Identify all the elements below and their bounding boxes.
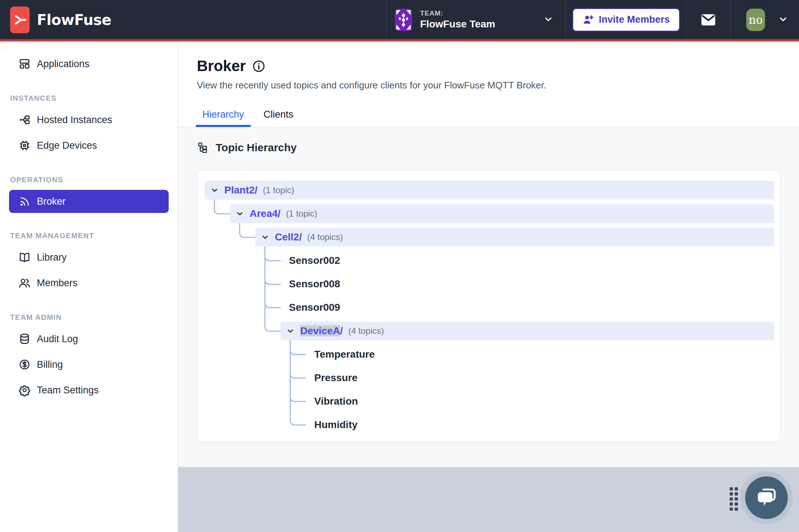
broker-icon xyxy=(18,195,31,208)
hosted-instances-icon xyxy=(18,114,31,126)
tree-node-label: DeviceA/ xyxy=(300,325,343,337)
sidebar-section-team-management: TEAM MANAGEMENT xyxy=(9,225,169,246)
audit-log-icon xyxy=(18,333,31,345)
invite-members-button[interactable]: Invite Members xyxy=(573,8,680,31)
navbar-spacer xyxy=(111,0,386,39)
sidebar-item-members[interactable]: Members xyxy=(9,271,169,295)
team-name: FlowFuse Team xyxy=(420,18,495,30)
sidebar-item-label: Billing xyxy=(37,359,63,370)
tree-node-sensor008[interactable]: Sensor008 xyxy=(281,275,340,293)
sidebar-item-label: Edge Devices xyxy=(37,140,97,151)
invite-members-wrap: Invite Members xyxy=(566,0,686,39)
chevron-down-icon xyxy=(778,14,788,26)
tree-connector xyxy=(214,200,230,214)
tree-node-label: Cell2/ xyxy=(275,231,302,243)
logo[interactable]: FlowFuse xyxy=(0,0,111,39)
sidebar-item-label: Members xyxy=(37,278,78,289)
tab-clients[interactable]: Clients xyxy=(257,109,300,127)
sidebar-section-team-admin: TEAM ADMIN xyxy=(9,307,169,327)
team-selector[interactable]: TEAM: FlowFuse Team xyxy=(386,0,566,39)
sidebar-item-library[interactable]: Library xyxy=(9,246,169,269)
sidebar-item-audit-log[interactable]: Audit Log xyxy=(9,327,169,350)
tree-node-vibration[interactable]: Vibration xyxy=(306,392,358,411)
chevron-down-icon xyxy=(261,233,269,241)
tree-node-label: Vibration xyxy=(314,396,358,407)
app-window: FlowFuse TEAM: FlowFuse Team xyxy=(0,0,799,532)
sidebar-item-label: Broker xyxy=(37,196,66,207)
sidebar-item-billing[interactable]: Billing xyxy=(9,353,169,376)
team-kicker: TEAM: xyxy=(420,9,495,17)
invite-members-label: Invite Members xyxy=(599,14,670,25)
sidebar-nav: ApplicationsINSTANCESHosted InstancesEdg… xyxy=(0,42,178,532)
tree-node-sensor002[interactable]: Sensor002 xyxy=(281,251,340,270)
sidebar-item-applications[interactable]: Applications xyxy=(9,52,169,75)
tree-node-label: Pressure xyxy=(314,372,358,384)
main-content: Broker View the recently used topics and… xyxy=(178,42,799,532)
tree-node-pressure[interactable]: Pressure xyxy=(306,369,358,387)
section-title-label: Topic Hierarchy xyxy=(216,141,297,154)
top-navbar: FlowFuse TEAM: FlowFuse Team xyxy=(0,0,799,39)
tree-node-sensor009[interactable]: Sensor009 xyxy=(281,298,340,317)
page-description: View the recently used topics and config… xyxy=(197,80,780,91)
tab-hierarchy[interactable]: Hierarchy xyxy=(196,109,251,127)
applications-icon xyxy=(18,58,31,70)
drag-handle[interactable] xyxy=(730,487,738,511)
tree-node-label: Humidity xyxy=(314,419,358,431)
sidebar-item-label: Library xyxy=(37,252,67,263)
library-icon xyxy=(18,251,31,263)
billing-icon xyxy=(18,358,31,371)
chat-bubbles-icon xyxy=(755,487,778,508)
topic-count: (1 topic) xyxy=(263,185,294,195)
team-avatar xyxy=(395,9,412,31)
tree-node-humidity[interactable]: Humidity xyxy=(306,415,358,434)
tree-node-label: Sensor008 xyxy=(289,278,340,290)
tree-node-cell2[interactable]: Cell2/(4 topics) xyxy=(255,228,774,247)
sidebar-item-label: Applications xyxy=(37,58,90,70)
content-body: Topic Hierarchy Plant2/(1 topic)Area4/(1… xyxy=(178,127,799,467)
sidebar-item-team-settings[interactable]: Team Settings xyxy=(9,379,169,402)
user-menu[interactable]: no xyxy=(730,0,799,39)
tab-bar: Hierarchy Clients xyxy=(178,109,799,127)
tree-node-label: Temperature xyxy=(314,349,375,360)
edge-devices-icon xyxy=(18,139,31,152)
tree-node-area4[interactable]: Area4/(1 topic) xyxy=(230,204,774,223)
selected-text: DeviceA xyxy=(300,325,340,336)
mail-icon xyxy=(700,13,717,27)
topic-count: (1 topic) xyxy=(286,209,318,219)
tree-connector xyxy=(264,247,281,332)
sidebar-item-label: Audit Log xyxy=(37,333,78,345)
page-footer xyxy=(178,467,799,532)
chevron-down-icon xyxy=(236,209,244,218)
team-labels: TEAM: FlowFuse Team xyxy=(420,9,495,30)
sidebar-item-edge-devices[interactable]: Edge Devices xyxy=(9,134,169,157)
topic-hierarchy-icon xyxy=(197,142,209,154)
tree-connector xyxy=(290,340,306,426)
sidebar-item-broker[interactable]: Broker xyxy=(9,190,169,213)
person-add-icon xyxy=(583,14,594,25)
topic-hierarchy-card: Plant2/(1 topic)Area4/(1 topic)Cell2/(4 … xyxy=(197,170,780,442)
chevron-down-icon xyxy=(543,14,553,26)
notifications-button[interactable] xyxy=(687,0,730,39)
sidebar-item-label: Team Settings xyxy=(37,385,99,396)
sidebar-section-instances: INSTANCES xyxy=(9,88,169,108)
tree-connector xyxy=(239,223,255,238)
sidebar-item-hosted-instances[interactable]: Hosted Instances xyxy=(9,108,169,131)
tree-node-label: Sensor009 xyxy=(289,302,340,313)
info-icon[interactable] xyxy=(252,60,265,73)
user-avatar: no xyxy=(746,9,765,31)
tree-node-label: Area4/ xyxy=(250,208,281,219)
tree-node-devicea[interactable]: DeviceA/(4 topics) xyxy=(281,322,774,340)
section-title: Topic Hierarchy xyxy=(197,141,780,154)
chat-widget-button[interactable] xyxy=(745,476,788,519)
page-title: Broker xyxy=(197,57,246,75)
tree-node-plant2[interactable]: Plant2/(1 topic) xyxy=(205,181,774,200)
members-icon xyxy=(18,277,31,289)
team-settings-icon xyxy=(18,384,31,396)
tree-node-label: Plant2/ xyxy=(224,184,258,196)
page-header: Broker View the recently used topics and… xyxy=(178,42,799,91)
logo-wordmark: FlowFuse xyxy=(37,12,111,28)
sidebar-section-operations: OPERATIONS xyxy=(9,169,169,190)
chevron-down-icon xyxy=(286,327,295,335)
flowfuse-logo-icon xyxy=(10,6,30,33)
tree-node-temperature[interactable]: Temperature xyxy=(306,345,375,364)
